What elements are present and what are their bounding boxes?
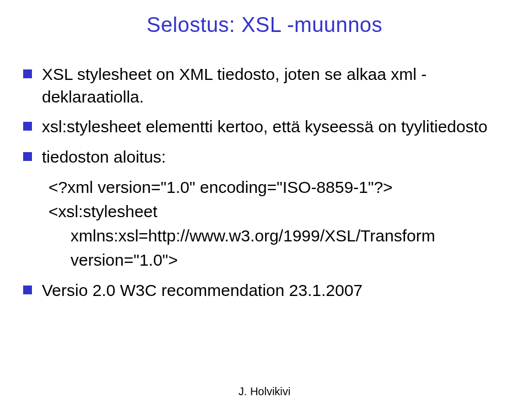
slide-title: Selostus: XSL -muunnos	[17, 13, 512, 37]
slide-content: XSL stylesheet on XML tiedosto, joten se…	[17, 63, 512, 302]
bullet-text: xsl:stylesheet elementti kertoo, että ky…	[42, 116, 488, 138]
bullet-item: XSL stylesheet on XML tiedosto, joten se…	[23, 63, 512, 108]
code-line: xmlns:xsl=http://www.w3.org/1999/XSL/Tra…	[48, 224, 512, 247]
bullet-text: XSL stylesheet on XML tiedosto, joten se…	[42, 63, 512, 108]
bullet-marker-icon	[23, 122, 32, 131]
bullet-item: tiedoston aloitus:	[23, 146, 512, 169]
footer-author: J. Holvikivi	[0, 385, 529, 398]
code-block: <?xml version="1.0" encoding="ISO-8859-1…	[23, 176, 512, 272]
code-line: <xsl:stylesheet	[48, 200, 512, 223]
bullet-marker-icon	[23, 69, 32, 78]
bullet-text: Versio 2.0 W3C recommendation 23.1.2007	[42, 279, 363, 302]
bullet-text: tiedoston aloitus:	[42, 146, 166, 169]
bullet-item: Versio 2.0 W3C recommendation 23.1.2007	[23, 279, 512, 302]
bullet-item: xsl:stylesheet elementti kertoo, että ky…	[23, 116, 512, 138]
code-line: <?xml version="1.0" encoding="ISO-8859-1…	[48, 176, 512, 199]
bullet-marker-icon	[23, 152, 32, 161]
bullet-marker-icon	[23, 286, 32, 294]
code-line: version="1.0">	[48, 249, 512, 272]
slide: Selostus: XSL -muunnos XSL stylesheet on…	[0, 0, 529, 420]
